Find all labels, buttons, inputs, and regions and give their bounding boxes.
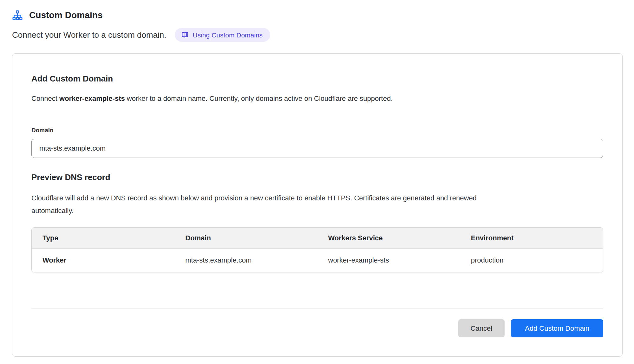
intro-prefix: Connect [31,94,59,102]
open-book-icon [181,31,189,39]
using-custom-domains-link[interactable]: Using Custom Domains [175,28,271,42]
cancel-button[interactable]: Cancel [458,319,505,337]
worker-name: worker-example-sts [59,94,125,102]
table-row: Worker mta-sts.example.com worker-exampl… [32,249,603,272]
cell-type: Worker [32,256,174,264]
footer-divider [31,308,603,309]
add-custom-domain-panel: Add Custom Domain Connect worker-example… [12,53,623,357]
docs-badge-label: Using Custom Domains [193,32,263,38]
panel-title: Add Custom Domain [31,74,603,84]
column-header-type: Type [32,234,174,242]
page-title: Custom Domains [29,10,103,20]
dns-table-header: Type Domain Workers Service Environment [32,228,603,249]
domain-field-label: Domain [31,127,603,134]
dns-preview-table: Type Domain Workers Service Environment … [31,227,603,272]
add-custom-domain-button[interactable]: Add Custom Domain [511,319,603,337]
column-header-workers-service: Workers Service [317,234,460,242]
domain-input[interactable] [31,139,603,158]
intro-suffix: worker to a domain name. Currently, only… [125,94,393,102]
cell-domain: mta-sts.example.com [174,256,317,264]
cell-environment: production [460,256,603,264]
page-subtitle-row: Connect your Worker to a custom domain. … [12,28,623,42]
column-header-environment: Environment [460,234,603,242]
column-header-domain: Domain [174,234,317,242]
page-header: Custom Domains [12,9,623,22]
footer-actions: Cancel Add Custom Domain [31,319,603,337]
cell-workers-service: worker-example-sts [317,256,460,264]
preview-dns-record-title: Preview DNS record [31,172,603,182]
page-subtitle: Connect your Worker to a custom domain. [12,30,167,40]
panel-intro: Connect worker-example-sts worker to a d… [31,94,603,103]
sitemap-icon [12,10,23,21]
custom-domains-page: Custom Domains Connect your Worker to a … [0,0,634,364]
preview-dns-record-description: Cloudflare will add a new DNS record as … [31,192,493,217]
